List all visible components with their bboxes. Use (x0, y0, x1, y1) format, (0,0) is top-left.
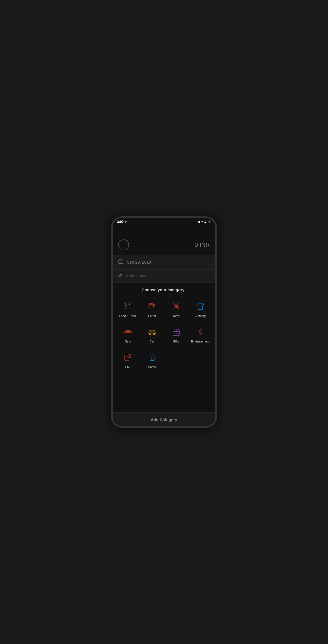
note-placeholder: Write a note.. (126, 274, 150, 278)
category-item-car[interactable]: Car (141, 323, 163, 346)
car-label: Car (150, 340, 155, 343)
pencil-icon (118, 273, 123, 279)
category-item-clothing[interactable]: Clothing (189, 297, 211, 320)
home-label: Home (148, 365, 156, 369)
status-icons: ▣ ▾ ▲ ⚡ (198, 220, 211, 223)
category-item-food-drink[interactable]: Food & Drink (117, 297, 139, 320)
entertainment-label: Entertainment (191, 340, 209, 343)
clothing-icon (194, 300, 206, 312)
vibrate-icon: ▣ (198, 220, 200, 223)
category-section: Choose your category.. Food & Drink (113, 283, 215, 412)
petrol-label: Petrol (148, 314, 156, 318)
calendar-icon (118, 259, 124, 265)
tools-label: Tools (173, 314, 180, 318)
app-icon: P (125, 220, 127, 223)
category-item-tools[interactable]: Tools (165, 297, 187, 320)
gifts-label: Gifts (173, 340, 179, 343)
gifts-icon (170, 326, 182, 338)
category-title: Choose your category.. (117, 287, 211, 292)
gym-label: Gym (125, 340, 131, 343)
category-item-entertainment[interactable]: Entertainment (189, 323, 211, 346)
category-item-gifts[interactable]: Gifts (165, 323, 187, 346)
signal-icon: ▲ (204, 220, 207, 223)
svg-rect-6 (122, 262, 122, 262)
tools-icon (170, 300, 182, 312)
amount-circle (118, 239, 129, 250)
svg-line-39 (130, 355, 130, 356)
gym-icon (122, 326, 134, 338)
emi-icon (122, 351, 134, 363)
date-section[interactable]: Sep 29, 2019 (113, 255, 215, 269)
svg-rect-34 (125, 355, 129, 360)
svg-rect-4 (120, 262, 120, 262)
battery-icon: ⚡ (208, 220, 211, 223)
svg-rect-18 (124, 331, 126, 332)
svg-rect-19 (130, 331, 132, 332)
home-icon (146, 351, 158, 363)
status-bar: 3:00 P ▣ ▾ ▲ ⚡ (113, 218, 215, 226)
time-display: 3:00 (117, 220, 124, 224)
date-value: Sep 29, 2019 (127, 260, 151, 264)
svg-point-33 (200, 333, 201, 334)
svg-rect-12 (150, 305, 152, 306)
svg-rect-40 (151, 358, 153, 360)
phone-content: ← 0 INR Sep 29, 2019 (113, 226, 215, 426)
category-item-gym[interactable]: Gym (117, 323, 139, 346)
header-section: ← 0 INR (113, 226, 215, 255)
clothing-label: Clothing (195, 314, 205, 318)
add-category-button[interactable]: Add Category (113, 412, 215, 426)
svg-rect-5 (121, 262, 121, 262)
amount-value: 0 INR (195, 241, 210, 248)
phone-frame: 3:00 P ▣ ▾ ▲ ⚡ ← 0 INR (111, 216, 217, 428)
back-button[interactable]: ← (118, 229, 210, 235)
amount-row: 0 INR (118, 239, 210, 250)
category-item-home[interactable]: Home (141, 348, 163, 371)
category-item-petrol[interactable]: Petrol (141, 297, 163, 320)
category-grid: Food & Drink Petrol (117, 297, 211, 371)
category-item-emi[interactable]: EMI (117, 348, 139, 371)
note-section[interactable]: Write a note.. (113, 269, 215, 283)
emi-label: EMI (125, 365, 131, 369)
status-time: 3:00 P (117, 220, 127, 224)
food-drink-label: Food & Drink (119, 314, 136, 318)
wifi-icon: ▾ (201, 220, 203, 223)
car-icon (146, 326, 158, 338)
svg-rect-27 (150, 331, 154, 332)
food-drink-icon (122, 300, 134, 312)
svg-line-8 (129, 303, 130, 306)
petrol-icon (146, 300, 158, 312)
entertainment-icon (194, 326, 206, 338)
